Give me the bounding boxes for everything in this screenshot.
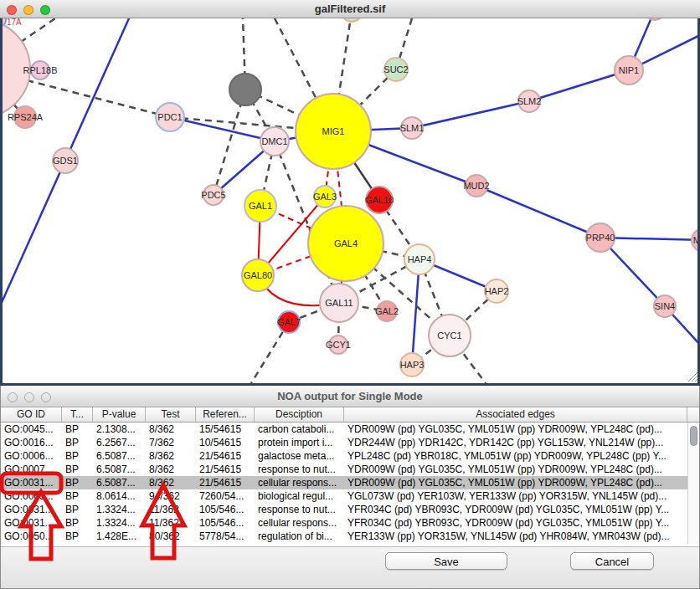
node-gray[interactable] bbox=[229, 74, 261, 105]
table-cell: 7260/54... bbox=[196, 489, 255, 503]
column-header[interactable]: P-value bbox=[93, 407, 146, 422]
table-cell: GO:0045... bbox=[1, 423, 62, 436]
noa-window: NOA output for Single Mode GO IDT...P-va… bbox=[0, 386, 700, 589]
table-cell: 105/546... bbox=[196, 503, 255, 516]
table-cell: YDR009W (pd) YGL035C, YML051W (pp) YDR00… bbox=[344, 423, 687, 436]
cancel-button[interactable]: Cancel bbox=[570, 552, 654, 570]
column-header[interactable]: Desciption bbox=[255, 407, 344, 422]
table-row[interactable]: GO:0006...BP6.5087...8/36221/54615galact… bbox=[1, 449, 687, 463]
node-label: GDS1 bbox=[53, 156, 78, 166]
table-cell: 8/362 bbox=[146, 423, 196, 436]
table-cell: protein import i... bbox=[255, 436, 344, 449]
save-button[interactable]: Save bbox=[385, 552, 507, 570]
table-cell: 105/546... bbox=[196, 516, 255, 530]
table-cell: 21/54615 bbox=[196, 476, 255, 489]
table-cell: 6.5087... bbox=[93, 449, 146, 463]
table-row[interactable]: GO:0045...BP2.1308...8/36215/54615carbon… bbox=[1, 423, 687, 436]
table-cell: YDR009W (pd) YGL035C, YML051W (pp) YDR00… bbox=[344, 463, 687, 476]
column-header[interactable]: Referen... bbox=[196, 407, 255, 422]
column-header[interactable]: Associated edges bbox=[344, 407, 687, 422]
column-header[interactable]: Test bbox=[146, 407, 196, 422]
table-cell: regulation of bi... bbox=[255, 530, 344, 543]
edge-blue[interactable] bbox=[529, 70, 629, 101]
node-label: SIN4 bbox=[655, 301, 675, 311]
scrollbar-thumb[interactable] bbox=[690, 426, 697, 446]
table-cell: 10/54615 bbox=[196, 436, 255, 449]
network-graph: RPL18BRPS24AGDS1PDC1PDC5DMC1SUC2MIG1SLM1… bbox=[3, 18, 697, 383]
node-label: PRP40 bbox=[586, 233, 615, 243]
table-cell: 8/362 bbox=[146, 476, 196, 489]
screen: galFiltered.sif RPL18BRPS24AGDS1PDC1PDC5… bbox=[0, 0, 700, 589]
table-cell: BP bbox=[62, 530, 93, 543]
node-label: HAP2 bbox=[485, 286, 509, 296]
table-cell: 15/54615 bbox=[196, 423, 255, 436]
node-label: GAL1 bbox=[249, 201, 272, 211]
table-cell: GO:0016... bbox=[1, 436, 62, 449]
table-row[interactable]: GO:0007...BP6.5087...8/36221/54615respon… bbox=[1, 463, 687, 476]
node-label: PDC5 bbox=[201, 190, 225, 200]
node-label: GAL11 bbox=[325, 298, 353, 308]
table-cell: GO:0031... bbox=[1, 516, 62, 530]
table-cell: carbon cataboli... bbox=[255, 423, 344, 436]
noa-window-title: NOA output for Single Mode bbox=[1, 390, 699, 402]
table-row[interactable]: GO:0050...BP1.428E...80/3625778/54...reg… bbox=[1, 530, 687, 543]
table-cell: BP bbox=[62, 476, 93, 489]
table-cell: 80/362 bbox=[146, 530, 196, 543]
graph-titlebar[interactable]: galFiltered.sif bbox=[0, 0, 700, 18]
table-cell: YDR244W (pp) YDR142C, YDR142C (pp) YGL15… bbox=[344, 436, 687, 449]
table-cell: BP bbox=[62, 489, 93, 503]
table-cell: 6.5087... bbox=[93, 463, 146, 476]
node-label: GAL2 bbox=[375, 306, 399, 316]
node-label: GAL3 bbox=[313, 192, 337, 202]
node-label: DMC1 bbox=[261, 136, 287, 146]
noa-table-header: GO IDT...P-valueTestReferen...Desciption… bbox=[1, 407, 699, 423]
noa-titlebar[interactable]: NOA output for Single Mode bbox=[1, 386, 699, 407]
edge-blue[interactable] bbox=[476, 186, 600, 238]
table-cell: 8.0614... bbox=[93, 489, 146, 503]
table-cell: galactose meta... bbox=[255, 449, 344, 463]
table-cell: GO:0007... bbox=[1, 463, 62, 476]
table-row[interactable]: GO:0031...BP1.3324...11/362105/546...cel… bbox=[1, 516, 687, 530]
node-label: RPL18B bbox=[23, 65, 58, 75]
graph-window-title: galFiltered.sif bbox=[0, 3, 700, 15]
node-label: SLM2 bbox=[517, 96, 542, 106]
table-cell: 2.1308... bbox=[93, 423, 146, 436]
table-cell: YPL248C (pd) YBR018C, YML051W (pp) YDR00… bbox=[344, 449, 687, 463]
node-label: SUC2 bbox=[383, 64, 408, 74]
node-label: GCY1 bbox=[326, 340, 351, 350]
table-cell: BP bbox=[62, 503, 93, 516]
noa-table-body: GO:0045...BP2.1308...8/36215/54615carbon… bbox=[1, 423, 687, 544]
table-row[interactable]: GO:0031...BP6.5087...8/36221/54615cellul… bbox=[1, 476, 687, 489]
table-cell: 8/362 bbox=[146, 463, 196, 476]
column-header[interactable]: T... bbox=[62, 407, 93, 422]
node-topgreen[interactable] bbox=[342, 18, 362, 22]
table-row[interactable]: GO:0065...BP8.0614...94/3627260/54...bio… bbox=[1, 489, 687, 503]
table-cell: 5778/54... bbox=[196, 530, 255, 543]
table-cell: 8/362 bbox=[146, 449, 196, 463]
vertical-scrollbar[interactable] bbox=[687, 423, 699, 544]
table-cell: GO:0031... bbox=[1, 503, 62, 516]
node-label: GAL10 bbox=[365, 195, 394, 205]
table-cell: 94/362 bbox=[146, 489, 196, 503]
column-header[interactable]: GO ID bbox=[1, 407, 62, 422]
noa-footer: Save Cancel bbox=[1, 546, 699, 588]
table-cell: response to nut... bbox=[255, 463, 344, 476]
table-cell: 21/54615 bbox=[196, 449, 255, 463]
node-label: HAP4 bbox=[408, 254, 432, 264]
resize-grip[interactable] bbox=[695, 378, 697, 382]
table-cell: BP bbox=[62, 436, 93, 449]
table-row[interactable]: GO:0031...BP1.3324...11/362105/546...res… bbox=[1, 503, 687, 516]
table-cell: YGL073W (pd) YER103W, YER133W (pp) YOR31… bbox=[344, 489, 687, 503]
node-label: MSN bbox=[693, 235, 697, 245]
table-cell: GO:0050... bbox=[1, 530, 62, 543]
table-cell: biological regul... bbox=[255, 489, 344, 503]
node-label: MUD2 bbox=[463, 181, 489, 191]
network-canvas[interactable]: RPL18BRPS24AGDS1PDC1PDC5DMC1SUC2MIG1SLM1… bbox=[0, 18, 700, 386]
table-cell: YER133W (pp) YOR315W, YNL145W (pd) YHR08… bbox=[344, 530, 687, 543]
table-cell: 21/54615 bbox=[196, 463, 255, 476]
node-label: MIG1 bbox=[322, 126, 345, 136]
node-toppink[interactable] bbox=[645, 18, 665, 20]
table-row[interactable]: GO:0016...BP6.2567...7/36210/54615protei… bbox=[1, 436, 687, 449]
edge-blue[interactable] bbox=[412, 101, 529, 128]
table-cell: 1.3324... bbox=[93, 516, 146, 530]
